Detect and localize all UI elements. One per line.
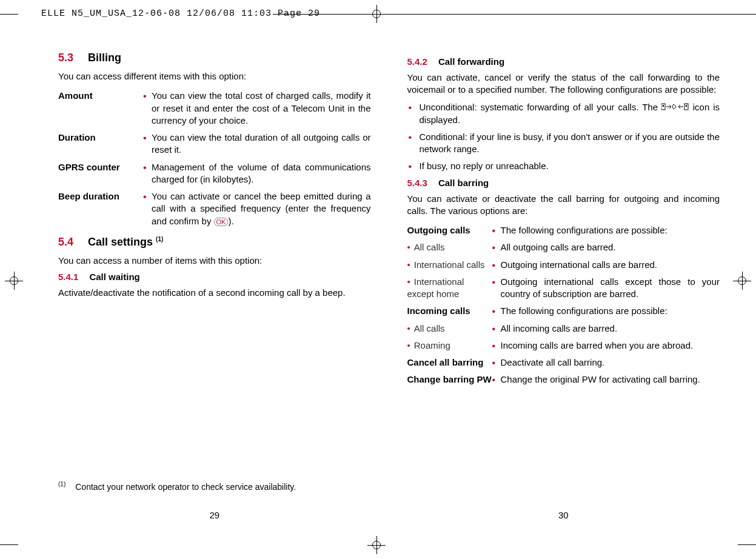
table-row: •All calls All incoming calls are barred… [407,320,720,337]
fwd-uncond-pre: Unconditional: systematic forwarding of … [420,102,661,112]
desc-amount: You can view the total cost of charged c… [143,87,371,129]
desc-intl-except: Outgoing international calls except thos… [492,273,720,303]
footnote: (1)Contact your network operator to chec… [58,481,371,492]
term-incoming: Incoming calls [407,303,492,320]
section-title: Billing [88,52,121,64]
list-item: Conditional: if your line is busy, if yo… [407,131,720,156]
registration-mark-icon [733,272,751,290]
registration-mark-icon [367,536,386,554]
term-text: All calls [414,323,445,333]
desc-beep-pre: You can activate or cancel the beep emit… [152,191,371,226]
subsection-text: You can activate, cancel or verify the s… [407,72,720,96]
term-text: International except home [407,276,464,299]
list-item: Unconditional: systematic forwarding of … [407,101,720,126]
table-row: •All calls All outgoing calls are barred… [407,239,720,256]
section-heading: 5.3Billing [58,52,371,64]
term-all-in: •All calls [407,320,492,337]
section-heading: 5.4Call settings (1) [58,236,371,249]
page-right: 5.4.2Call forwarding You can activate, c… [407,52,720,523]
table-row: Cancel all barring Deactivate all call b… [407,354,720,371]
footnote-marker: (1) [58,481,65,487]
page-number: 30 [407,510,720,523]
billing-table: Amount You can view the total cost of ch… [58,87,371,230]
section-title: Call settings [88,236,153,248]
subsection-number: 5.4.2 [407,56,427,67]
desc-change-pw: Change the original PW for activating ca… [492,371,720,388]
section-intro: You can access different items with this… [58,70,371,82]
table-row: •Roaming Incoming calls are barred when … [407,337,720,354]
section-number: 5.3 [58,52,73,64]
page-number: 29 [58,510,371,523]
desc-gprs: Management of the volume of data communi… [143,159,371,189]
footnote-text: Contact your network operator to check s… [75,482,296,492]
desc-cancel-barring: Deactivate all call barring. [492,354,720,371]
term-change-pw: Change barring PW [407,371,492,388]
subsection-heading: 5.4.2Call forwarding [407,56,720,67]
term-text: Roaming [414,340,450,350]
crop-line [0,544,18,545]
footnote-ref: (1) [156,236,163,243]
page-left: 5.3Billing You can access different item… [58,52,371,523]
svg-rect-1 [663,105,664,107]
crop-line [738,544,756,545]
term-amount: Amount [58,87,143,129]
term-gprs: GPRS counter [58,159,143,189]
desc-duration: You can view the total duration of all o… [143,129,371,159]
term-intl-except: •International except home [407,273,492,303]
crop-line [273,14,756,15]
subsection-title: Call forwarding [438,56,504,67]
table-row: GPRS counter Management of the volume of… [58,159,371,189]
subsection-number: 5.4.3 [407,178,427,188]
table-row: Amount You can view the total cost of ch… [58,87,371,129]
registration-mark-icon [5,272,23,290]
term-intl: •International calls [407,256,492,273]
ok-key-icon: OK [214,218,229,226]
term-text: All calls [414,242,445,252]
desc-intl: Outgoing international calls are barred. [492,256,720,273]
subsection-title: Call waiting [89,272,139,282]
subsection-number: 5.4.1 [58,272,78,282]
table-row: Beep duration You can activate or cancel… [58,188,371,230]
term-roaming: •Roaming [407,337,492,354]
term-duration: Duration [58,129,143,159]
desc-all-out: All outgoing calls are barred. [492,239,720,256]
registration-mark-icon [367,5,386,23]
term-cancel-barring: Cancel all barring [407,354,492,371]
subsection-title: Call barring [438,178,489,188]
forwarding-list: Unconditional: systematic forwarding of … [407,101,720,173]
call-forward-icon [661,101,689,113]
term-outgoing: Outgoing calls [407,222,492,239]
crop-line [0,14,18,15]
desc-outgoing: The following configurations are possibl… [492,222,720,239]
table-row: Incoming calls The following configurati… [407,303,720,320]
section-number: 5.4 [58,236,73,248]
desc-all-in: All incoming calls are barred. [492,320,720,337]
subsection-heading: 5.4.3Call barring [407,178,720,188]
page-spread: 5.3Billing You can access different item… [58,52,720,523]
desc-beep: You can activate or cancel the beep emit… [143,188,371,230]
term-text: International calls [414,259,485,270]
table-row: •International except home Outgoing inte… [407,273,720,303]
subsection-text: Activate/deactivate the notification of … [58,287,371,299]
desc-beep-post: ). [228,216,233,226]
table-row: Outgoing calls The following configurati… [407,222,720,239]
subsection-heading: 5.4.1Call waiting [58,272,371,282]
table-row: Change barring PW Change the original PW… [407,371,720,388]
term-beep: Beep duration [58,188,143,230]
list-item: If busy, no reply or unreachable. [407,160,720,172]
desc-incoming: The following configurations are possibl… [492,303,720,320]
svg-rect-3 [686,105,687,107]
section-intro: You can access a number of items with th… [58,255,371,267]
barring-table: Outgoing calls The following configurati… [407,222,720,389]
term-all-out: •All calls [407,239,492,256]
subsection-text: You can activate or deactivate the call … [407,193,720,218]
desc-roaming: Incoming calls are barred when you are a… [492,337,720,354]
table-row: •International calls Outgoing internatio… [407,256,720,273]
table-row: Duration You can view the total duration… [58,129,371,159]
